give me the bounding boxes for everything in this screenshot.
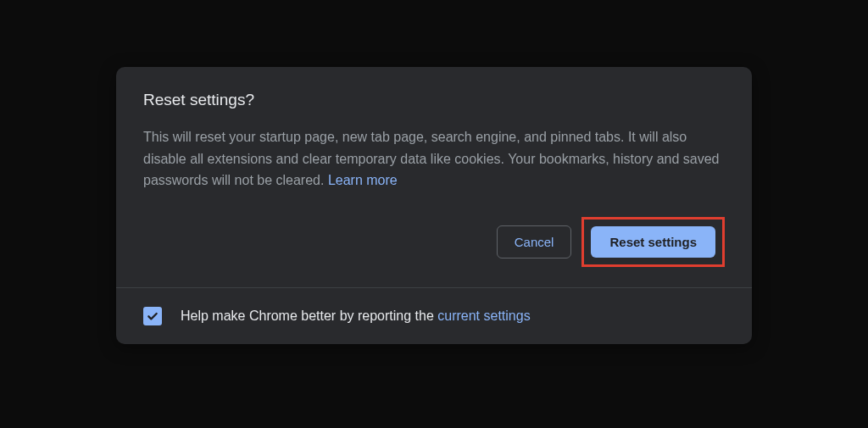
- footer-text-prefix: Help make Chrome better by reporting the: [181, 308, 437, 323]
- reset-settings-dialog: Reset settings? This will reset your sta…: [116, 67, 752, 344]
- dialog-body: This will reset your startup page, new t…: [143, 126, 725, 192]
- footer-text: Help make Chrome better by reporting the…: [181, 308, 531, 324]
- highlight-box: Reset settings: [581, 217, 725, 267]
- dialog-title: Reset settings?: [143, 91, 725, 109]
- reset-settings-button[interactable]: Reset settings: [591, 226, 715, 258]
- dialog-main: Reset settings? This will reset your sta…: [116, 67, 752, 287]
- cancel-button[interactable]: Cancel: [497, 225, 572, 258]
- report-settings-checkbox[interactable]: [143, 307, 162, 325]
- dialog-actions: Cancel Reset settings: [143, 217, 725, 267]
- learn-more-link[interactable]: Learn more: [328, 173, 398, 187]
- dialog-footer: Help make Chrome better by reporting the…: [116, 287, 752, 344]
- dialog-body-text: This will reset your startup page, new t…: [143, 130, 719, 187]
- current-settings-link[interactable]: current settings: [437, 308, 530, 323]
- checkmark-icon: [146, 309, 159, 323]
